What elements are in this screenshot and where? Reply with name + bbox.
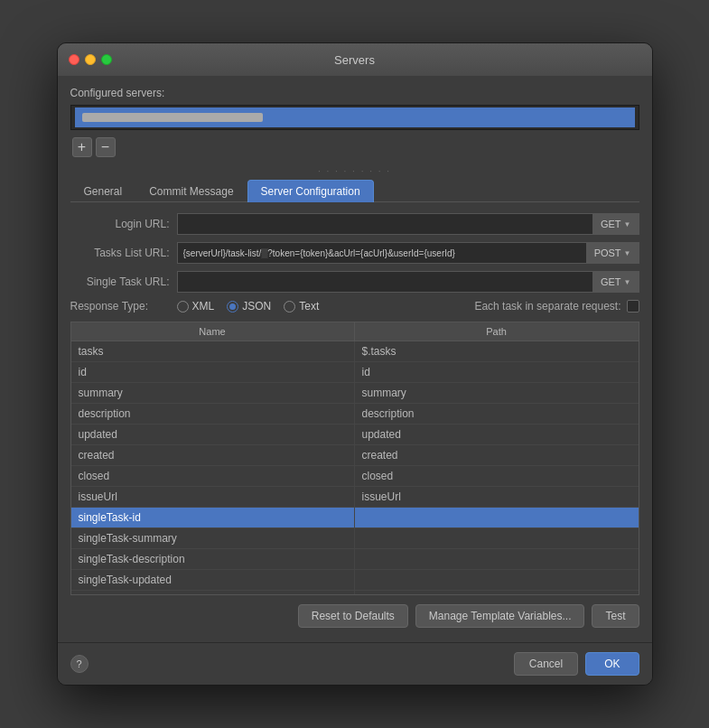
table-row[interactable]: singleTask-updated (71, 570, 639, 591)
tasks-list-url-input[interactable] (177, 242, 587, 264)
tasks-list-url-row: POST ▼ (177, 242, 639, 264)
cell-path: summary (355, 383, 639, 403)
cell-path: closed (355, 466, 639, 486)
radio-json-circle[interactable] (227, 301, 238, 313)
table-row[interactable]: summary summary (71, 383, 639, 404)
separate-task-checkbox[interactable] (627, 300, 639, 313)
minimize-button[interactable] (85, 54, 96, 65)
table-row[interactable]: closed closed (71, 466, 639, 487)
separate-task-label: Each task in separate request: (474, 300, 620, 313)
single-task-method-button[interactable]: GET ▼ (593, 271, 639, 293)
test-button[interactable]: Test (592, 604, 639, 628)
table-row[interactable]: updated updated (71, 425, 639, 445)
single-task-url-row: GET ▼ (177, 271, 639, 293)
login-url-input[interactable] (177, 213, 593, 235)
radio-text-circle[interactable] (284, 301, 295, 313)
cell-name: singleTask-description (71, 549, 355, 569)
radio-text-label: Text (299, 300, 319, 313)
col-name-header: Name (71, 322, 355, 341)
radio-json-label: JSON (242, 300, 271, 313)
table-row[interactable]: issueUrl issueUrl (71, 487, 639, 508)
add-server-button[interactable]: + (72, 137, 92, 157)
login-url-method-button[interactable]: GET ▼ (593, 213, 639, 235)
table-row[interactable]: singleTask-id (71, 508, 639, 528)
cell-path: description (355, 404, 639, 424)
close-button[interactable] (69, 54, 79, 65)
cell-name: singleTask-updated (71, 570, 355, 590)
manage-template-button[interactable]: Manage Template Variables... (415, 604, 585, 628)
single-task-url-input[interactable] (177, 271, 593, 293)
cell-path: updated (355, 425, 639, 444)
cell-path: created (355, 445, 639, 465)
server-item-text (82, 113, 263, 122)
cell-path (355, 549, 639, 569)
table-row[interactable]: singleTask-description (71, 549, 639, 570)
traffic-lights (69, 54, 112, 65)
login-url-group: Login URL: GET ▼ (70, 213, 639, 235)
response-type-row: Response Type: XML JSON Text Each task i… (70, 300, 639, 313)
table-row[interactable]: description description (71, 404, 639, 425)
cell-name: id (71, 362, 355, 382)
tab-server-configuration[interactable]: Server Configuration (247, 180, 374, 202)
cell-name: singleTask-created (71, 591, 355, 594)
content-area: Configured servers: + − · · · · · · · · … (58, 76, 652, 642)
cell-name: issueUrl (71, 487, 355, 507)
radio-xml-circle[interactable] (177, 301, 189, 313)
radio-text[interactable]: Text (284, 300, 319, 313)
radio-json[interactable]: JSON (227, 300, 271, 313)
reset-defaults-button[interactable]: Reset to Defaults (298, 604, 408, 628)
ok-button[interactable]: OK (585, 652, 639, 676)
tab-bar: General Commit Message Server Configurat… (70, 180, 639, 202)
titlebar: Servers (58, 43, 652, 76)
tasks-list-url-label: Tasks List URL: (70, 247, 170, 259)
single-task-url-group: Single Task URL: GET ▼ (70, 271, 639, 293)
cell-name: description (71, 404, 355, 424)
cell-name: created (71, 445, 355, 465)
cell-path: issueUrl (355, 487, 639, 507)
single-task-url-label: Single Task URL: (70, 275, 170, 288)
mapping-table: Name Path tasks $.tasks id id summary su… (70, 322, 639, 595)
cancel-button[interactable]: Cancel (514, 652, 578, 676)
remove-server-button[interactable]: − (96, 137, 116, 157)
tasks-method-dropdown-icon: ▼ (624, 249, 631, 257)
login-url-row: GET ▼ (177, 213, 639, 235)
table-row[interactable]: singleTask-summary (71, 528, 639, 549)
cell-name: closed (71, 466, 355, 486)
radio-xml[interactable]: XML (177, 300, 215, 313)
cell-path (355, 528, 639, 548)
table-row[interactable]: id id (71, 362, 639, 383)
help-button[interactable]: ? (70, 655, 89, 673)
drag-handle: · · · · · · · · · (70, 166, 639, 176)
radio-xml-label: XML (192, 300, 215, 313)
server-list[interactable] (70, 105, 639, 130)
cell-name: summary (71, 383, 355, 403)
table-body[interactable]: tasks $.tasks id id summary summary desc… (71, 341, 639, 594)
cell-name: updated (71, 425, 355, 444)
login-url-label: Login URL: (70, 218, 170, 230)
cell-name: singleTask-summary (71, 528, 355, 548)
cell-path: $.tasks (355, 341, 639, 361)
tab-general[interactable]: General (70, 180, 136, 202)
configured-servers-label: Configured servers: (70, 87, 639, 99)
tasks-list-url-group: Tasks List URL: POST ▼ (70, 242, 639, 264)
main-window: Servers Configured servers: + − · · · · … (57, 42, 653, 686)
cell-name: singleTask-id (71, 508, 355, 527)
server-item-selected[interactable] (75, 107, 635, 127)
maximize-button[interactable] (101, 54, 112, 65)
table-row[interactable]: created created (71, 445, 639, 466)
response-type-label: Response Type: (70, 300, 170, 313)
cell-path: id (355, 362, 639, 382)
cell-path (355, 591, 639, 594)
tasks-list-method-button[interactable]: POST ▼ (587, 242, 639, 264)
table-row[interactable]: singleTask-created (71, 591, 639, 594)
login-method-dropdown-icon: ▼ (624, 220, 631, 229)
col-path-header: Path (355, 322, 639, 341)
server-toolbar: + − (70, 137, 639, 157)
table-row[interactable]: tasks $.tasks (71, 341, 639, 362)
single-task-method-dropdown-icon: ▼ (624, 278, 631, 286)
window-title: Servers (334, 53, 375, 67)
cell-path (355, 508, 639, 527)
response-type-radio-group: XML JSON Text (177, 300, 320, 313)
tab-commit-message[interactable]: Commit Message (135, 180, 247, 202)
bottom-buttons: Reset to Defaults Manage Template Variab… (70, 604, 639, 628)
